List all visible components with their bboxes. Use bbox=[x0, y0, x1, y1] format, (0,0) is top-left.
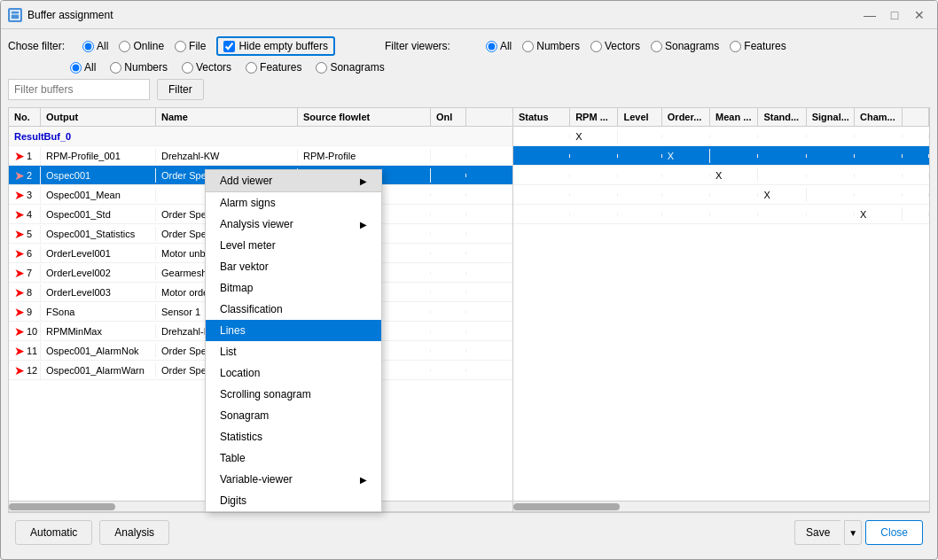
col-header-level: Level bbox=[618, 108, 661, 126]
cell-stand bbox=[758, 154, 806, 158]
cell-mean bbox=[710, 135, 758, 138]
filter-buffers-input[interactable] bbox=[8, 79, 150, 100]
submenu-arrow-icon: ▶ bbox=[360, 176, 367, 186]
minimize-button[interactable]: — bbox=[859, 4, 880, 26]
table-row[interactable]: ➤1 RPM-Profile_001 Drehzahl-KW RPM-Profi… bbox=[9, 146, 512, 166]
viewers-all-option[interactable]: All bbox=[486, 40, 512, 52]
cell-order bbox=[662, 193, 710, 197]
menu-item-level-meter[interactable]: Level meter bbox=[206, 235, 381, 256]
save-button[interactable]: Save bbox=[794, 520, 840, 545]
menu-item-bitmap[interactable]: Bitmap bbox=[206, 277, 381, 299]
col-header-onl: Onl bbox=[431, 108, 466, 126]
menu-label: Variable-viewer bbox=[220, 473, 293, 486]
cell-signal bbox=[807, 154, 855, 158]
viewers-sonagrams-option[interactable]: Sonagrams bbox=[651, 40, 719, 52]
hide-empty-buffers-label: Hide empty buffers bbox=[238, 40, 328, 52]
hide-empty-buffers-option[interactable]: Hide empty buffers bbox=[216, 36, 335, 56]
close-button[interactable]: Close bbox=[865, 520, 923, 545]
analysis-button[interactable]: Analysis bbox=[99, 520, 169, 545]
sub-features-option[interactable]: Features bbox=[246, 61, 301, 74]
cell-rpm: X bbox=[570, 129, 618, 144]
cell-output: OrderLevel002 bbox=[41, 266, 156, 280]
menu-item-scrolling-sonagram[interactable]: Scrolling sonagram bbox=[206, 384, 381, 405]
viewers-vectors-option[interactable]: Vectors bbox=[590, 40, 640, 52]
cell-output: FSona bbox=[41, 305, 156, 319]
app-icon bbox=[8, 8, 22, 22]
col-header-rpm: RPM ... bbox=[570, 108, 618, 126]
col-header-source: Source flowlet bbox=[298, 108, 431, 126]
bottom-right-buttons: Save ▼ Close bbox=[794, 520, 923, 545]
table-row[interactable]: X bbox=[513, 205, 929, 224]
menu-item-bar-vektor[interactable]: Bar vektor bbox=[206, 256, 381, 277]
table-row[interactable]: X bbox=[513, 185, 929, 205]
title-bar: Buffer assignment — □ ✕ bbox=[1, 1, 937, 29]
table-row[interactable]: X bbox=[513, 127, 929, 146]
menu-label: Level meter bbox=[220, 239, 276, 252]
window-close-button[interactable]: ✕ bbox=[909, 4, 930, 26]
col-header-order: Order... bbox=[662, 108, 710, 126]
viewers-numbers-option[interactable]: Numbers bbox=[522, 40, 580, 52]
menu-item-location[interactable]: Location bbox=[206, 362, 381, 384]
scrollbar-thumb[interactable] bbox=[9, 503, 115, 510]
sub-all-option[interactable]: All bbox=[70, 61, 96, 74]
menu-item-analysis-viewer[interactable]: Analysis viewer ▶ bbox=[206, 214, 381, 235]
cell-output: RPM-Profile_001 bbox=[41, 149, 156, 163]
filter-button[interactable]: Filter bbox=[157, 79, 204, 100]
automatic-button[interactable]: Automatic bbox=[15, 520, 92, 545]
viewers-features-option[interactable]: Features bbox=[730, 40, 786, 52]
cell-order bbox=[662, 174, 710, 177]
cell-output: OrderLevel003 bbox=[41, 285, 156, 299]
add-viewer-menu-item[interactable]: Add viewer ▶ bbox=[206, 170, 381, 192]
col-header-output: Output bbox=[41, 108, 156, 126]
filter-viewers-radio-group: All Numbers Vectors Sonagrams Features bbox=[486, 40, 786, 52]
save-dropdown-button[interactable]: ▼ bbox=[844, 520, 862, 545]
sub-vectors-option[interactable]: Vectors bbox=[182, 61, 231, 74]
menu-item-variable-viewer[interactable]: Variable-viewer ▶ bbox=[206, 469, 381, 490]
menu-item-classification[interactable]: Classification bbox=[206, 299, 381, 320]
menu-item-digits[interactable]: Digits bbox=[206, 490, 381, 511]
viewers-all-label: All bbox=[500, 40, 512, 52]
bottom-left-buttons: Automatic Analysis bbox=[15, 520, 169, 545]
filter-file-option[interactable]: File bbox=[175, 40, 206, 52]
group-header-resultbuf[interactable]: ResultBuf_0 bbox=[9, 127, 512, 146]
menu-item-alarm-signs[interactable]: Alarm signs bbox=[206, 192, 381, 214]
left-table-header: No. Output Name Source flowlet Onl bbox=[9, 108, 512, 127]
table-row[interactable]: X bbox=[513, 146, 929, 166]
sub-all-label: All bbox=[84, 61, 96, 74]
cell-no: ➤4 bbox=[9, 206, 41, 223]
table-row[interactable]: X bbox=[513, 166, 929, 185]
cell-mean bbox=[710, 154, 758, 158]
cell-mean bbox=[710, 213, 758, 216]
menu-item-lines[interactable]: Lines bbox=[206, 320, 381, 341]
cell-output: Ospec001_Statistics bbox=[41, 227, 156, 241]
cell-output: Ospec001 bbox=[41, 168, 156, 183]
right-table-header: Status RPM ... Level Order... Mean ... S… bbox=[513, 108, 929, 127]
sub-numbers-option[interactable]: Numbers bbox=[110, 61, 168, 74]
right-scrollbar-thumb[interactable] bbox=[513, 503, 620, 510]
cell-no: ➤3 bbox=[9, 186, 41, 204]
main-content: Chose filter: All Online File Hide empty… bbox=[1, 29, 937, 559]
cell-signal bbox=[807, 213, 855, 216]
main-table-area: No. Output Name Source flowlet Onl Resul… bbox=[8, 107, 930, 512]
cell-output: Ospec001_Mean bbox=[41, 188, 156, 202]
bottom-bar: Automatic Analysis Save ▼ Close bbox=[8, 512, 930, 552]
cell-output: Ospec001_AlarmWarn bbox=[41, 363, 156, 377]
maximize-button[interactable]: □ bbox=[884, 4, 905, 26]
menu-item-statistics[interactable]: Statistics bbox=[206, 426, 381, 447]
col-header-signal: Signal... bbox=[807, 108, 855, 126]
cell-name: Drehzahl-KW bbox=[156, 149, 298, 163]
right-scrollbar[interactable] bbox=[513, 501, 929, 511]
sub-vectors-label: Vectors bbox=[196, 61, 231, 74]
cell-onl bbox=[431, 330, 466, 333]
menu-item-list[interactable]: List bbox=[206, 341, 381, 362]
filter-all-option[interactable]: All bbox=[82, 40, 108, 52]
menu-item-sonagram[interactable]: Sonagram bbox=[206, 405, 381, 426]
filter-online-option[interactable]: Online bbox=[119, 40, 164, 52]
cell-status bbox=[513, 135, 570, 138]
viewers-numbers-label: Numbers bbox=[536, 40, 580, 52]
menu-item-table[interactable]: Table bbox=[206, 447, 381, 469]
cell-no: ➤10 bbox=[9, 323, 41, 340]
sub-sonagrams-option[interactable]: Sonagrams bbox=[316, 61, 384, 74]
cell-output: Ospec001_AlarmNok bbox=[41, 344, 156, 358]
menu-label: Statistics bbox=[220, 431, 262, 443]
